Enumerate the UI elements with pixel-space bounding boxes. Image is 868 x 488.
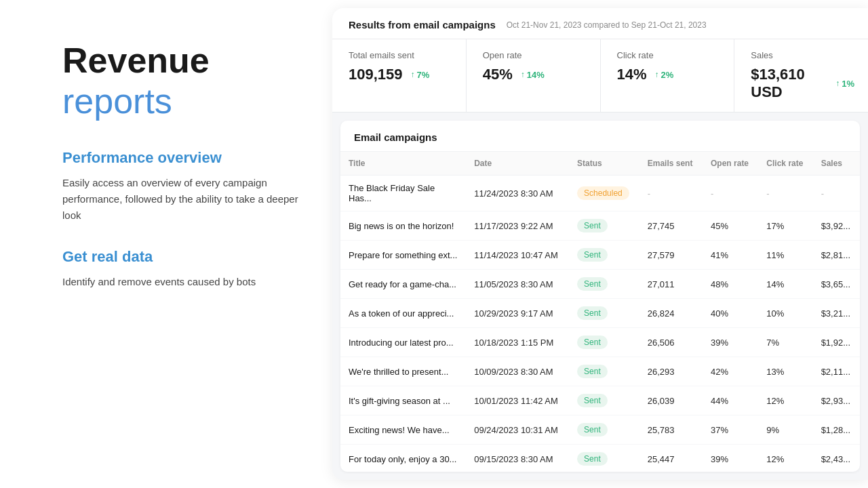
stat-sales-values: $13,610 USD 1% [751, 66, 854, 101]
left-panel: Revenue reports Performance overview Eas… [0, 0, 332, 488]
results-date-range: Oct 21-Nov 21, 2023 compared to Sep 21-O… [507, 20, 707, 30]
cell-click-rate: 10% [758, 299, 812, 328]
cell-status: Sent [569, 415, 639, 445]
campaigns-header: Email campaigns [340, 121, 860, 152]
stat-total-emails-value: 109,159 [349, 66, 403, 83]
cell-date: 11/05/2023 8:30 AM [466, 270, 569, 299]
cell-status: Sent [569, 299, 639, 328]
cell-sales: $1,28... [813, 415, 860, 445]
cell-status: Sent [569, 211, 639, 241]
status-badge: Sent [577, 306, 608, 320]
cell-click-rate: 17% [758, 211, 812, 241]
stat-sales: Sales $13,610 USD 1% [734, 39, 868, 112]
cell-emails-sent: 27,745 [639, 211, 703, 241]
cell-sales: $2,93... [813, 386, 860, 415]
cell-emails-sent: 26,039 [639, 386, 703, 415]
cell-title: For today only, enjoy a 30... [340, 445, 466, 472]
col-emails-sent: Emails sent [639, 152, 703, 176]
cell-title: We're thrilled to present... [340, 357, 466, 386]
cell-open-rate: 45% [703, 211, 758, 241]
cell-title: Introducing our latest pro... [340, 328, 466, 357]
cell-title: It's gift-giving season at ... [340, 386, 466, 415]
table-row[interactable]: As a token of our appreci... 10/29/2023 … [340, 299, 860, 328]
stat-total-emails-change: 7% [411, 70, 430, 80]
stat-total-emails-label: Total emails sent [349, 50, 452, 60]
section-real-data: Get real data Identify and remove events… [62, 248, 305, 314]
table-row[interactable]: Get ready for a game-cha... 11/05/2023 8… [340, 270, 860, 299]
cell-title: As a token of our appreci... [340, 299, 466, 328]
cell-emails-sent: 26,824 [639, 299, 703, 328]
stat-sales-change: 1% [835, 79, 854, 89]
hero-title-blue: reports [62, 81, 172, 121]
cell-click-rate: - [758, 176, 812, 211]
cell-status: Sent [569, 445, 639, 472]
cell-sales: $3,65... [813, 270, 860, 299]
cell-emails-sent: 27,579 [639, 241, 703, 270]
cell-sales: $2,81... [813, 241, 860, 270]
cell-sales: $2,11... [813, 357, 860, 386]
col-open-rate: Open rate [703, 152, 758, 176]
cell-open-rate: 37% [703, 415, 758, 445]
cell-date: 10/01/2023 11:42 AM [466, 386, 569, 415]
cell-title: Exciting news! We have... [340, 415, 466, 445]
stat-total-emails-values: 109,159 7% [349, 66, 452, 83]
cell-click-rate: 13% [758, 357, 812, 386]
cell-status: Scheduled [569, 176, 639, 211]
col-click-rate: Click rate [758, 152, 812, 176]
cell-sales: $3,92... [813, 211, 860, 241]
cell-emails-sent: 26,506 [639, 328, 703, 357]
cell-emails-sent: 27,011 [639, 270, 703, 299]
cell-title: Prepare for something ext... [340, 241, 466, 270]
cell-status: Sent [569, 386, 639, 415]
status-badge: Sent [577, 219, 608, 232]
status-badge: Sent [577, 277, 608, 291]
section-performance-desc: Easily access an overview of every campa… [62, 175, 305, 224]
cell-click-rate: 11% [758, 241, 812, 270]
status-badge: Sent [577, 452, 608, 466]
cell-date: 09/15/2023 8:30 AM [466, 445, 569, 472]
stat-click-rate-change: 2% [655, 70, 674, 80]
status-badge: Scheduled [577, 186, 629, 200]
stats-row: Total emails sent 109,159 7% Open rate 4… [332, 39, 868, 113]
cell-sales: $1,92... [813, 328, 860, 357]
cell-title: Big news is on the horizon! [340, 211, 466, 241]
table-row[interactable]: Prepare for something ext... 11/14/2023 … [340, 241, 860, 270]
table-row[interactable]: Introducing our latest pro... 10/18/2023… [340, 328, 860, 357]
table-row[interactable]: Exciting news! We have... 09/24/2023 10:… [340, 415, 860, 445]
table-row[interactable]: We're thrilled to present... 10/09/2023 … [340, 357, 860, 386]
cell-open-rate: 44% [703, 386, 758, 415]
table-row[interactable]: The Black Friday Sale Has... 11/24/2023 … [340, 176, 860, 211]
stat-total-emails: Total emails sent 109,159 7% [332, 39, 467, 112]
cell-status: Sent [569, 241, 639, 270]
stat-open-rate-label: Open rate [483, 50, 587, 60]
cell-date: 11/14/2023 10:47 AM [466, 241, 569, 270]
cell-date: 10/09/2023 8:30 AM [466, 357, 569, 386]
cell-status: Sent [569, 357, 639, 386]
cell-date: 11/17/2023 9:22 AM [466, 211, 569, 241]
status-badge: Sent [577, 365, 608, 378]
cell-open-rate: 42% [703, 357, 758, 386]
section-real-data-heading: Get real data [62, 248, 305, 266]
table-row[interactable]: For today only, enjoy a 30... 09/15/2023… [340, 445, 860, 472]
section-performance: Performance overview Easily access an ov… [62, 149, 305, 248]
cell-sales: $2,43... [813, 445, 860, 472]
col-status: Status [569, 152, 639, 176]
cell-sales: - [813, 176, 860, 211]
section-performance-heading: Performance overview [62, 149, 305, 167]
table-row[interactable]: It's gift-giving season at ... 10/01/202… [340, 386, 860, 415]
cell-click-rate: 9% [758, 415, 812, 445]
cell-sales: $3,21... [813, 299, 860, 328]
section-real-data-desc: Identify and remove events caused by bot… [62, 274, 305, 290]
table-row[interactable]: Big news is on the horizon! 11/17/2023 9… [340, 211, 860, 241]
cell-click-rate: 12% [758, 386, 812, 415]
cell-status: Sent [569, 270, 639, 299]
campaigns-section: Email campaigns Title Date Status Emails… [340, 121, 860, 472]
cell-emails-sent: 25,783 [639, 415, 703, 445]
cell-emails-sent: - [639, 176, 703, 211]
cell-title: The Black Friday Sale Has... [340, 176, 466, 211]
campaigns-table-wrapper[interactable]: Title Date Status Emails sent Open rate … [340, 152, 860, 472]
hero-title-black: Revenue [62, 41, 210, 80]
status-badge: Sent [577, 423, 608, 436]
cell-date: 11/24/2023 8:30 AM [466, 176, 569, 211]
cell-open-rate: 48% [703, 270, 758, 299]
